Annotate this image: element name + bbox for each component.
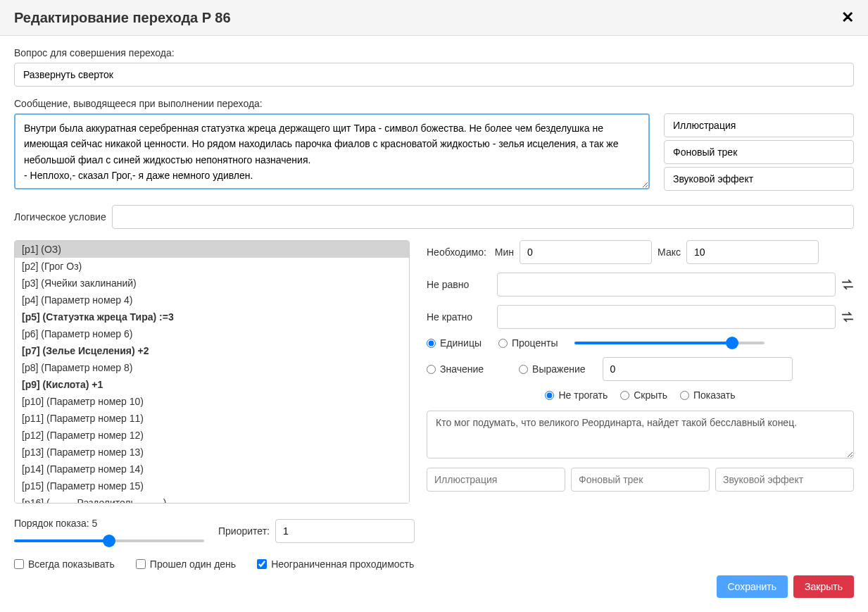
percent-label: Проценты xyxy=(512,337,558,349)
list-item[interactable]: [p15] (Параметр номер 15) xyxy=(15,477,409,494)
units-label: Единицы xyxy=(440,337,482,349)
hide-radio[interactable] xyxy=(620,391,629,400)
units-radio[interactable] xyxy=(427,339,436,348)
list-item[interactable]: [p11] (Параметр номер 11) xyxy=(15,410,409,427)
not-multiple-input[interactable] xyxy=(497,305,836,329)
bg-track-button[interactable]: Фоновый трек xyxy=(664,140,854,164)
list-item[interactable]: [p4] (Параметр номер 4) xyxy=(15,292,409,308)
day-passed-checkbox[interactable] xyxy=(136,559,146,569)
always-show-checkbox[interactable] xyxy=(14,559,24,569)
logic-input[interactable] xyxy=(112,205,854,229)
expression-radio[interactable] xyxy=(519,365,528,374)
message-label: Сообщение, выводящееся при выполнении пе… xyxy=(14,98,854,109)
always-show-label: Всегда показывать xyxy=(28,558,115,570)
min-label: Мин xyxy=(495,246,514,258)
right-panel: Необходимо: Мин Макс Не равно Не кратно xyxy=(427,240,854,504)
list-item[interactable]: [p8] (Параметр номер 8) xyxy=(15,359,409,376)
amount-slider[interactable] xyxy=(574,342,765,344)
swap-icon[interactable] xyxy=(841,278,854,291)
edit-transition-modal: Редактирование перехода P 86 ✕ Вопрос дл… xyxy=(0,0,868,612)
no-touch-label: Не трогать xyxy=(558,389,608,401)
modal-body: Вопрос для совершения перехода: Сообщени… xyxy=(0,36,868,597)
max-label: Макс xyxy=(658,246,681,258)
order-slider[interactable] xyxy=(14,539,204,542)
max-input[interactable] xyxy=(686,240,819,264)
media-sound-input[interactable] xyxy=(715,468,854,492)
close-button[interactable]: Закрыть xyxy=(793,575,854,598)
modal-title: Редактирование перехода P 86 xyxy=(14,10,231,26)
close-icon[interactable]: ✕ xyxy=(841,8,854,27)
question-input[interactable] xyxy=(14,63,854,87)
hide-label: Скрыть xyxy=(634,389,667,401)
media-illustration-input[interactable] xyxy=(427,468,565,492)
save-button[interactable]: Сохранить xyxy=(717,575,788,598)
description-textarea[interactable] xyxy=(427,411,854,458)
value-radio[interactable] xyxy=(427,365,436,374)
list-item[interactable]: [p3] (Ячейки заклинаний) xyxy=(15,275,409,292)
change-value-input[interactable] xyxy=(603,357,793,381)
list-item[interactable]: [p1] (ОЗ) xyxy=(15,241,409,258)
question-label: Вопрос для совершения перехода: xyxy=(14,47,854,58)
expression-label: Выражение xyxy=(532,363,585,375)
list-item[interactable]: [p6] (Параметр номер 6) xyxy=(15,325,409,342)
swap-icon[interactable] xyxy=(841,311,854,323)
list-item[interactable]: [p5] (Статуэтка жреца Тира) :=3 xyxy=(15,308,409,325)
list-item[interactable]: [p7] (Зелье Исцеления) +2 xyxy=(15,342,409,359)
media-bg-input[interactable] xyxy=(571,468,710,492)
unlimited-checkbox[interactable] xyxy=(257,559,267,569)
order-label: Порядок показа: 5 xyxy=(14,518,204,529)
priority-input[interactable] xyxy=(275,519,415,543)
logic-label: Логическое условие xyxy=(14,211,106,223)
not-equal-label: Не равно xyxy=(427,279,491,290)
list-item[interactable]: [p10] (Параметр номер 10) xyxy=(15,393,409,410)
illustration-button[interactable]: Иллюстрация xyxy=(664,113,854,137)
value-label: Значение xyxy=(440,363,484,375)
sound-effect-button[interactable]: Звуковой эффект xyxy=(664,167,854,191)
list-item[interactable]: [p13] (Параметр номер 13) xyxy=(15,444,409,461)
list-item[interactable]: [p16] (_____Разделитель_____) xyxy=(15,494,409,504)
list-item[interactable]: [p2] (Грог Оз) xyxy=(15,258,409,275)
modal-header: Редактирование перехода P 86 ✕ xyxy=(0,0,868,36)
day-passed-label: Прошел один день xyxy=(150,558,236,570)
show-label: Показать xyxy=(693,389,736,401)
message-textarea[interactable] xyxy=(14,113,650,189)
not-equal-input[interactable] xyxy=(497,273,836,296)
required-label: Необходимо: xyxy=(427,246,486,258)
percent-radio[interactable] xyxy=(498,339,508,348)
unlimited-label: Неограниченная проходимость xyxy=(271,558,414,570)
show-radio[interactable] xyxy=(680,391,689,400)
priority-label: Приоритет: xyxy=(218,525,270,537)
parameters-list[interactable]: [p1] (ОЗ)[p2] (Грог Оз)[p3] (Ячейки закл… xyxy=(14,240,410,504)
no-touch-radio[interactable] xyxy=(545,391,554,400)
min-input[interactable] xyxy=(520,240,652,264)
list-item[interactable]: [p14] (Параметр номер 14) xyxy=(15,461,409,477)
list-item[interactable]: [p12] (Параметр номер 12) xyxy=(15,427,409,444)
list-item[interactable]: [p9] (Кислота) +1 xyxy=(15,376,409,393)
not-multiple-label: Не кратно xyxy=(427,311,491,323)
